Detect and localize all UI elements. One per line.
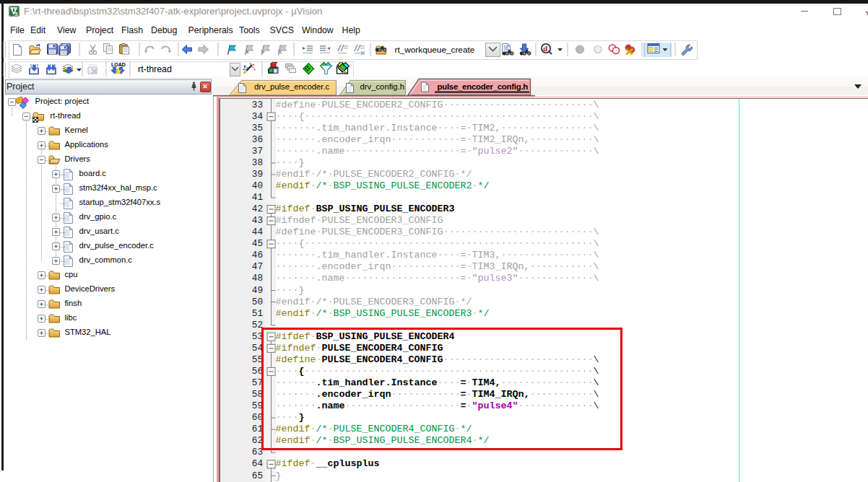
svg-text:pulse_encoder_config.h: pulse_encoder_config.h: [438, 82, 529, 91]
svg-text:5: 5: [14, 11, 17, 16]
svg-text:d: d: [543, 44, 547, 53]
svg-text:drv_pulse_encoder.c: drv_pulse_encoder.c: [254, 82, 330, 91]
svg-text:LOAD: LOAD: [111, 62, 126, 67]
svg-text:drv_config.h: drv_config.h: [360, 82, 405, 91]
